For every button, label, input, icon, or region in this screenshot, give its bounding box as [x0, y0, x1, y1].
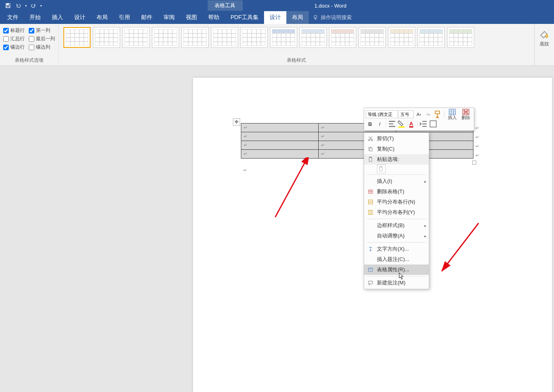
ribbon-tabs: 文件 开始 插入 设计 布局 引用 邮件 审阅 视图 帮助 PDF工具集 设计 …: [0, 11, 554, 24]
table-style-6[interactable]: [211, 27, 238, 48]
shading-label: 底纹: [540, 41, 549, 47]
undo-dropdown[interactable]: ▾: [24, 1, 28, 10]
table-styles-group: 表格样式: [59, 24, 534, 65]
chk-banded-rows[interactable]: 镶边行: [3, 44, 25, 51]
table-style-9[interactable]: [300, 27, 327, 48]
grow-font-button[interactable]: A▴: [414, 110, 423, 119]
menu-delete-table[interactable]: 删除表格(T): [364, 186, 429, 197]
title-bar: ▾ ▾ 表格工具 1.docx - Word: [0, 0, 554, 11]
svg-rect-17: [369, 190, 373, 194]
svg-rect-5: [449, 109, 455, 115]
tell-me-search[interactable]: 操作说明搜索: [313, 11, 352, 24]
tab-design-main[interactable]: 设计: [69, 11, 91, 24]
svg-rect-18: [369, 200, 373, 204]
save-button[interactable]: [3, 1, 13, 10]
svg-rect-1: [7, 4, 9, 5]
table-move-handle[interactable]: ✥: [233, 118, 240, 125]
menu-new-comment[interactable]: 新建批注(M): [364, 278, 429, 288]
table-style-4[interactable]: [152, 27, 179, 48]
chk-first-col[interactable]: 第一列: [29, 27, 55, 34]
menu-table-properties[interactable]: 表格属性(R)...: [364, 265, 429, 275]
chk-last-col[interactable]: 最后一列: [29, 35, 55, 42]
table-style-7[interactable]: [241, 27, 268, 48]
text-direction-icon: [367, 245, 375, 253]
table-resize-handle[interactable]: [472, 161, 476, 165]
tab-layout-main[interactable]: 布局: [91, 11, 113, 24]
highlight-button[interactable]: [397, 120, 406, 128]
paint-bucket-icon: [539, 29, 550, 40]
menu-insert[interactable]: 插入(I)▸: [364, 176, 429, 186]
menu-copy[interactable]: 复制(C): [364, 144, 429, 154]
menu-separator: [367, 174, 426, 175]
svg-rect-8: [430, 121, 436, 127]
table-style-2[interactable]: [93, 27, 120, 48]
format-painter-button[interactable]: [434, 110, 442, 119]
mini-toolbar: 等线 (西文正 五号 A▴ A▾ 插入 删除 B I A: [364, 108, 474, 131]
menu-separator: [367, 242, 426, 243]
table-style-13[interactable]: [418, 27, 445, 48]
tab-help[interactable]: 帮助: [203, 11, 225, 24]
table-style-11[interactable]: [359, 27, 386, 48]
menu-insert-caption[interactable]: 插入题注(C)...: [364, 254, 429, 265]
tab-pdf[interactable]: PDF工具集: [225, 11, 264, 24]
tab-mailings[interactable]: 邮件: [136, 11, 158, 24]
tab-references[interactable]: 引用: [113, 11, 136, 24]
font-combo[interactable]: 等线 (西文正: [366, 110, 398, 118]
properties-icon: [367, 266, 375, 274]
qat-customize[interactable]: ▾: [39, 1, 43, 10]
tab-view[interactable]: 视图: [180, 11, 203, 24]
italic-button[interactable]: I: [375, 120, 384, 128]
table-style-10[interactable]: [329, 27, 356, 48]
menu-cut[interactable]: 剪切(T): [364, 133, 429, 144]
svg-rect-13: [369, 157, 372, 162]
align-button[interactable]: [388, 120, 396, 128]
table-style-8[interactable]: [270, 27, 297, 48]
tab-table-layout[interactable]: 布局: [286, 11, 309, 24]
group-label-table-styles: 表格样式: [62, 57, 531, 65]
svg-point-3: [314, 16, 317, 18]
redo-button[interactable]: [29, 1, 38, 10]
undo-button[interactable]: [14, 1, 23, 10]
svg-rect-7: [398, 126, 405, 127]
chk-header-row[interactable]: 标题行: [3, 27, 25, 34]
bold-button[interactable]: B: [366, 120, 375, 128]
table-style-options-group: 标题行 第一列 汇总行 最后一列 镶边行 镶边列 表格样式选项: [0, 24, 59, 65]
table-styles-gallery[interactable]: [62, 25, 531, 57]
row-end-mark: ↵: [475, 144, 479, 149]
chk-total-row[interactable]: 汇总行: [3, 35, 25, 42]
tab-file[interactable]: 文件: [2, 11, 24, 24]
menu-text-direction[interactable]: 文字方向(X)...: [364, 244, 429, 254]
contextual-tab-label: 表格工具: [207, 0, 242, 11]
menu-distribute-cols[interactable]: 平均分布各列(Y): [364, 207, 429, 218]
distribute-cols-icon: [367, 208, 375, 216]
tab-table-design[interactable]: 设计: [264, 11, 286, 24]
tab-insert[interactable]: 插入: [46, 11, 69, 24]
tab-home[interactable]: 开始: [24, 11, 46, 24]
border-button[interactable]: [429, 120, 438, 128]
chk-banded-cols[interactable]: 镶边列: [29, 44, 55, 51]
table-style-5[interactable]: [181, 27, 209, 48]
tab-review[interactable]: 审阅: [158, 11, 180, 24]
menu-separator: [367, 219, 426, 219]
table-style-plain[interactable]: [63, 27, 91, 48]
menu-autofit[interactable]: 自动调整(A)▸: [364, 231, 429, 241]
title-center: 表格工具 1.docx - Word: [207, 0, 347, 11]
insert-table-button[interactable]: 插入: [446, 109, 459, 120]
indent-button[interactable]: [419, 120, 428, 128]
table-style-12[interactable]: [388, 27, 415, 48]
row-end-mark: ↵: [475, 135, 479, 140]
delete-table-button[interactable]: 删除: [459, 109, 472, 120]
submenu-arrow-icon: ▸: [424, 179, 426, 184]
paste-option-keep-source[interactable]: [377, 165, 386, 173]
menu-border-style[interactable]: 边框样式(B)▸: [364, 220, 429, 231]
font-size-combo[interactable]: 五号: [398, 110, 414, 118]
table-style-3[interactable]: [122, 27, 150, 48]
shading-group: 底纹: [534, 24, 554, 65]
font-color-button[interactable]: A: [407, 120, 416, 128]
table-style-14[interactable]: [447, 27, 474, 48]
shading-button[interactable]: 底纹: [539, 26, 550, 47]
group-label-style-options: 表格样式选项: [3, 57, 55, 65]
shrink-font-button[interactable]: A▾: [424, 110, 433, 119]
svg-rect-21: [369, 281, 373, 284]
menu-distribute-rows[interactable]: 平均分布各行(N): [364, 197, 429, 207]
